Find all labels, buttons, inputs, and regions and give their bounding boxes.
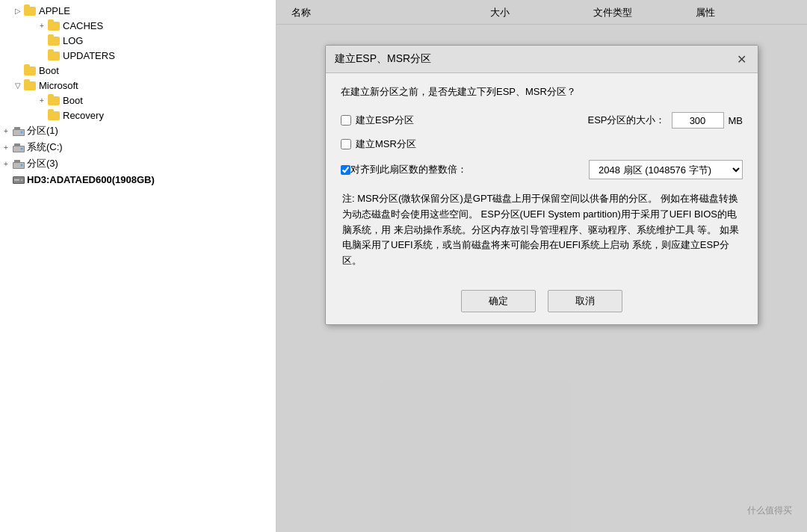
dialog-esp-msr: 建立ESP、MSR分区 ✕ 在建立新分区之前，是否先建立下列ESP、MSR分区？… — [325, 45, 758, 325]
msr-checkbox[interactable] — [341, 139, 351, 149]
tree-item-partition1[interactable]: + 分区(1) — [0, 123, 276, 139]
tree-item-sysC[interactable]: + 系统(C:) — [0, 139, 276, 155]
drive-icon — [12, 141, 25, 153]
modal-overlay: 建立ESP、MSR分区 ✕ 在建立新分区之前，是否先建立下列ESP、MSR分区？… — [276, 0, 807, 532]
tree-expander[interactable]: + — [0, 160, 12, 168]
folder-icon — [48, 34, 61, 46]
tree-item-log[interactable]: LOG — [0, 33, 276, 48]
modal-buttons: 确定 取消 — [341, 284, 743, 315]
folder-icon — [24, 64, 37, 76]
esp-row: 建立ESP分区 ESP分区的大小： MB — [341, 112, 743, 129]
svg-rect-6 — [14, 143, 20, 146]
tree-item-updaters[interactable]: UPDATERS — [0, 48, 276, 63]
folder-icon — [24, 4, 37, 16]
svg-point-14 — [20, 179, 23, 182]
modal-title: 建立ESP、MSR分区 — [335, 52, 431, 66]
tree-expander[interactable]: ▷ — [12, 7, 24, 15]
tree-label: 分区(1) — [27, 124, 58, 137]
tree-label: UPDATERS — [63, 50, 115, 61]
tree-expander[interactable]: + — [36, 96, 48, 105]
msr-checkbox-wrapper: 建立MSR分区 — [341, 137, 445, 151]
file-tree-panel: ▷APPLE+CACHESLOGUPDATERSBoot▽Microsoft+B… — [0, 0, 276, 532]
align-row: 对齐到此扇区数的整数倍： 512 扇区 (262144 字节)1024 扇区 (… — [341, 160, 743, 179]
tree-item-partition3[interactable]: + 分区(3) — [0, 155, 276, 172]
esp-checkbox-label[interactable]: 建立ESP分区 — [356, 114, 414, 127]
drive-icon — [12, 125, 25, 137]
msr-row: 建立MSR分区 — [341, 137, 743, 151]
tree-item-caches[interactable]: +CACHES — [0, 18, 276, 33]
tree-label: LOG — [63, 35, 83, 46]
align-checkbox[interactable] — [341, 165, 350, 175]
svg-point-11 — [21, 164, 23, 167]
folder-icon — [48, 49, 61, 61]
tree-expander[interactable]: + — [0, 143, 12, 152]
svg-rect-2 — [14, 127, 20, 129]
svg-point-3 — [21, 132, 23, 134]
tree-label: HD3:ADATAED600(1908GB) — [27, 174, 155, 185]
esp-size-label: ESP分区的大小： — [587, 114, 665, 127]
align-select[interactable]: 512 扇区 (262144 字节)1024 扇区 (524288 字节)204… — [589, 160, 743, 179]
folder-icon — [48, 19, 61, 31]
esp-checkbox[interactable] — [341, 115, 351, 126]
tree-item-apple[interactable]: ▷APPLE — [0, 3, 276, 18]
align-checkbox-wrapper: 对齐到此扇区数的整数倍： — [341, 163, 589, 176]
cancel-button[interactable]: 取消 — [548, 290, 622, 312]
tree-item-boot1[interactable]: Boot — [0, 63, 276, 78]
align-checkbox-label[interactable]: 对齐到此扇区数的整数倍： — [350, 163, 467, 176]
hard-drive-icon — [12, 173, 25, 185]
tree-label: 分区(3) — [27, 157, 58, 170]
folder-icon — [24, 79, 37, 91]
tree-label: Microsoft — [39, 80, 78, 91]
tree-label: 系统(C:) — [27, 140, 63, 154]
tree-label: Boot — [63, 95, 83, 106]
close-button[interactable]: ✕ — [734, 52, 749, 66]
tree-label: Boot — [39, 65, 59, 76]
tree-item-microsoft[interactable]: ▽Microsoft — [0, 78, 276, 93]
tree-expander[interactable]: ▽ — [12, 81, 24, 90]
tree-item-recovery[interactable]: Recovery — [0, 108, 276, 123]
tree-item-hd3[interactable]: HD3:ADATAED600(1908GB) — [0, 172, 276, 187]
tree-label: APPLE — [39, 5, 70, 16]
tree-expander[interactable]: + — [0, 127, 12, 135]
svg-rect-15 — [14, 179, 19, 181]
esp-size-input[interactable] — [672, 112, 724, 129]
note-text: 注: MSR分区(微软保留分区)是GPT磁盘上用于保留空间以供备用的分区。 例如… — [341, 191, 743, 269]
esp-checkbox-wrapper: 建立ESP分区 — [341, 114, 445, 127]
tree-label: CACHES — [63, 20, 103, 31]
folder-icon — [48, 109, 61, 121]
msr-checkbox-label[interactable]: 建立MSR分区 — [356, 137, 416, 151]
confirm-button[interactable]: 确定 — [461, 290, 536, 312]
modal-titlebar: 建立ESP、MSR分区 ✕ — [326, 46, 758, 73]
right-panel: 名称 大小 文件类型 属性 建立ESP、MSR分区 ✕ 在建立新分区之前，是否先… — [276, 0, 807, 532]
modal-question: 在建立新分区之前，是否先建立下列ESP、MSR分区？ — [341, 85, 743, 99]
tree-label: Recovery — [63, 110, 104, 121]
svg-point-7 — [21, 148, 23, 150]
folder-icon — [48, 94, 61, 106]
drive-icon — [12, 158, 25, 170]
modal-body: 在建立新分区之前，是否先建立下列ESP、MSR分区？ 建立ESP分区 ESP分区… — [326, 73, 758, 324]
tree-expander[interactable]: + — [36, 22, 48, 30]
esp-size-unit: MB — [729, 115, 743, 126]
tree-item-boot2[interactable]: +Boot — [0, 93, 276, 108]
svg-rect-10 — [14, 160, 20, 162]
